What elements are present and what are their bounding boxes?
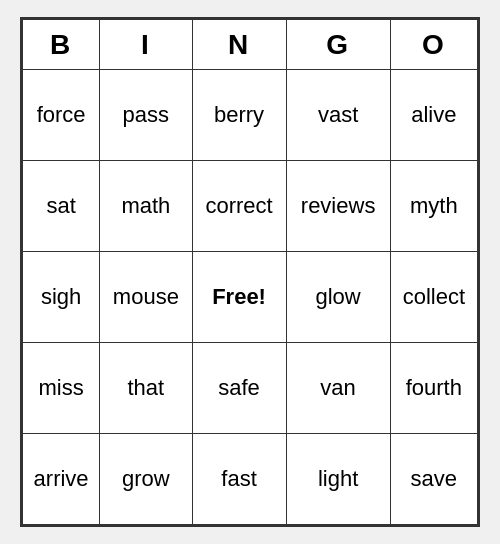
header-b: B	[23, 20, 100, 70]
table-cell: mouse	[100, 252, 192, 343]
table-cell: grow	[100, 434, 192, 525]
table-cell: reviews	[286, 161, 390, 252]
table-cell: that	[100, 343, 192, 434]
bingo-card: B I N G O forcepassberryvastalivesatmath…	[20, 17, 480, 527]
table-cell: sat	[23, 161, 100, 252]
table-cell: correct	[192, 161, 286, 252]
table-cell: alive	[390, 70, 477, 161]
table-cell: sigh	[23, 252, 100, 343]
table-row: missthatsafevanfourth	[23, 343, 478, 434]
table-cell: safe	[192, 343, 286, 434]
table-cell: Free!	[192, 252, 286, 343]
table-cell: fourth	[390, 343, 477, 434]
header-row: B I N G O	[23, 20, 478, 70]
header-i: I	[100, 20, 192, 70]
table-cell: myth	[390, 161, 477, 252]
header-n: N	[192, 20, 286, 70]
table-cell: berry	[192, 70, 286, 161]
table-row: arrivegrowfastlightsave	[23, 434, 478, 525]
table-cell: collect	[390, 252, 477, 343]
table-cell: light	[286, 434, 390, 525]
table-cell: save	[390, 434, 477, 525]
header-g: G	[286, 20, 390, 70]
bingo-table: B I N G O forcepassberryvastalivesatmath…	[22, 19, 478, 525]
table-row: sighmouseFree!glowcollect	[23, 252, 478, 343]
table-cell: van	[286, 343, 390, 434]
table-row: forcepassberryvastalive	[23, 70, 478, 161]
table-cell: arrive	[23, 434, 100, 525]
header-o: O	[390, 20, 477, 70]
table-cell: miss	[23, 343, 100, 434]
table-cell: math	[100, 161, 192, 252]
table-cell: fast	[192, 434, 286, 525]
table-cell: force	[23, 70, 100, 161]
table-row: satmathcorrectreviewsmyth	[23, 161, 478, 252]
table-cell: vast	[286, 70, 390, 161]
table-cell: glow	[286, 252, 390, 343]
table-cell: pass	[100, 70, 192, 161]
